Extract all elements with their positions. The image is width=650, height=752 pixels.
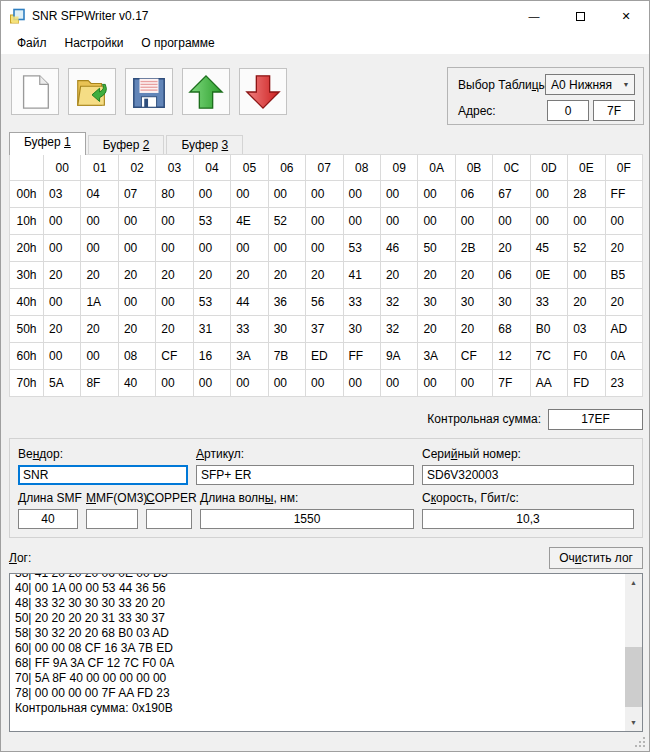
hex-cell[interactable]: 20	[44, 316, 81, 343]
hex-cell[interactable]: 00	[156, 370, 193, 397]
hex-cell[interactable]: 44	[231, 289, 268, 316]
hex-cell[interactable]: 00	[118, 208, 155, 235]
save-file-button[interactable]	[125, 68, 173, 115]
hex-cell[interactable]: 33	[530, 289, 567, 316]
hex-cell[interactable]: 00	[493, 208, 530, 235]
hex-cell[interactable]: 5A	[44, 370, 81, 397]
hex-cell[interactable]: 53	[193, 289, 230, 316]
hex-cell[interactable]: 56	[306, 289, 343, 316]
hex-cell[interactable]: 67	[493, 181, 530, 208]
hex-cell[interactable]: 20	[493, 235, 530, 262]
log-scrollbar[interactable]: ▲ ▼	[625, 574, 642, 731]
hex-cell[interactable]: 40	[118, 370, 155, 397]
wavelength-input[interactable]	[200, 509, 414, 529]
hex-cell[interactable]: 7C	[530, 343, 567, 370]
hex-cell[interactable]: 00	[268, 235, 305, 262]
hex-cell[interactable]: 00	[568, 262, 605, 289]
menu-about[interactable]: О программе	[132, 33, 223, 53]
hex-cell[interactable]: 53	[193, 208, 230, 235]
part-number-input[interactable]	[196, 465, 414, 485]
scroll-down-button[interactable]: ▼	[625, 714, 642, 731]
hex-cell[interactable]: 30	[493, 289, 530, 316]
hex-cell[interactable]: 00	[231, 235, 268, 262]
hex-cell[interactable]: 00	[530, 208, 567, 235]
hex-cell[interactable]: 20	[231, 262, 268, 289]
hex-cell[interactable]: 30	[418, 289, 455, 316]
hex-cell[interactable]: 00	[605, 208, 642, 235]
scroll-up-button[interactable]: ▲	[625, 574, 642, 591]
hex-cell[interactable]: CF	[156, 343, 193, 370]
hex-cell[interactable]: 00	[418, 181, 455, 208]
hex-cell[interactable]: 04	[81, 181, 118, 208]
hex-cell[interactable]: 20	[568, 289, 605, 316]
hex-cell[interactable]: 00	[81, 343, 118, 370]
hex-cell[interactable]: 00	[118, 289, 155, 316]
hex-cell[interactable]: 00	[118, 235, 155, 262]
hex-cell[interactable]: 20	[455, 262, 492, 289]
hex-cell[interactable]: 00	[418, 370, 455, 397]
hex-cell[interactable]: 20	[81, 316, 118, 343]
hex-cell[interactable]: 80	[156, 181, 193, 208]
hex-cell[interactable]: 9A	[380, 343, 417, 370]
hex-cell[interactable]: 00	[306, 370, 343, 397]
hex-cell[interactable]: 30	[268, 316, 305, 343]
hex-cell[interactable]: 20	[193, 262, 230, 289]
hex-cell[interactable]: 33	[231, 316, 268, 343]
hex-cell[interactable]: 30	[455, 289, 492, 316]
hex-cell[interactable]: 1A	[81, 289, 118, 316]
clear-log-button[interactable]: Очистить лог	[549, 547, 643, 569]
hex-cell[interactable]: 03	[568, 316, 605, 343]
hex-cell[interactable]: 00	[268, 181, 305, 208]
vendor-input[interactable]	[18, 465, 188, 485]
hex-cell[interactable]: FF	[343, 343, 380, 370]
log-output[interactable]: 38| 41 20 20 20 06 0E 00 B540| 00 1A 00 …	[9, 573, 643, 732]
open-file-button[interactable]	[68, 68, 116, 115]
hex-cell[interactable]: 32	[380, 316, 417, 343]
hex-cell[interactable]: 00	[530, 181, 567, 208]
speed-input[interactable]	[422, 509, 634, 529]
hex-cell[interactable]: 20	[455, 316, 492, 343]
minimize-button[interactable]: —	[511, 1, 557, 31]
hex-cell[interactable]: AA	[530, 370, 567, 397]
hex-cell[interactable]: 37	[306, 316, 343, 343]
hex-cell[interactable]: ED	[306, 343, 343, 370]
new-file-button[interactable]	[11, 68, 59, 115]
hex-cell[interactable]: 00	[193, 181, 230, 208]
hex-cell[interactable]: 20	[605, 289, 642, 316]
hex-cell[interactable]: 46	[380, 235, 417, 262]
hex-cell[interactable]: FF	[605, 181, 642, 208]
hex-cell[interactable]: 20	[118, 262, 155, 289]
hex-cell[interactable]: 00	[306, 208, 343, 235]
hex-cell[interactable]: 00	[81, 208, 118, 235]
hex-cell[interactable]: 23	[605, 370, 642, 397]
menu-file[interactable]: Файл	[8, 33, 56, 53]
tab-buffer-2[interactable]: Буфер 2	[88, 135, 165, 155]
hex-cell[interactable]: 20	[156, 262, 193, 289]
hex-cell[interactable]: B5	[605, 262, 642, 289]
hex-cell[interactable]: 08	[118, 343, 155, 370]
hex-cell[interactable]: 00	[343, 181, 380, 208]
download-button[interactable]	[239, 68, 287, 115]
hex-cell[interactable]: 00	[306, 235, 343, 262]
hex-cell[interactable]: 00	[231, 370, 268, 397]
hex-cell[interactable]: 52	[568, 235, 605, 262]
hex-cell[interactable]: 00	[44, 208, 81, 235]
hex-cell[interactable]: 20	[418, 316, 455, 343]
hex-cell[interactable]: 03	[44, 181, 81, 208]
hex-cell[interactable]: 06	[455, 181, 492, 208]
hex-cell[interactable]: 12	[493, 343, 530, 370]
hex-cell[interactable]: 0A	[605, 343, 642, 370]
hex-cell[interactable]: 68	[493, 316, 530, 343]
hex-cell[interactable]: 00	[380, 370, 417, 397]
hex-cell[interactable]: 20	[268, 262, 305, 289]
hex-cell[interactable]: AD	[605, 316, 642, 343]
hex-cell[interactable]: 8F	[81, 370, 118, 397]
menu-settings[interactable]: Настройки	[56, 33, 133, 53]
scrollbar-thumb[interactable]	[625, 647, 642, 707]
hex-cell[interactable]: 20	[44, 262, 81, 289]
hex-cell[interactable]: FD	[568, 370, 605, 397]
hex-cell[interactable]: 20	[81, 262, 118, 289]
hex-cell[interactable]: 00	[343, 208, 380, 235]
smf-length-input[interactable]	[18, 509, 78, 529]
hex-cell[interactable]: 4E	[231, 208, 268, 235]
